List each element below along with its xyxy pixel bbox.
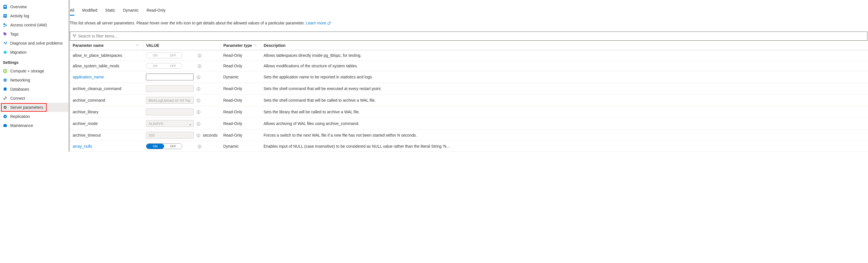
- info-icon[interactable]: [196, 86, 200, 91]
- sidebar-item-access-control[interactable]: Access control (IAM): [0, 21, 70, 30]
- parameters-table: Parameter name↑↓ VALUE Parameter type↑↓ …: [70, 40, 868, 152]
- column-header-type[interactable]: Parameter type↑↓: [220, 41, 261, 50]
- info-icon[interactable]: [196, 98, 200, 103]
- table-row: archive_cleanup_commandRead-OnlySets the…: [70, 83, 868, 94]
- table-row: archive_mode⌄Read-OnlyAllows archiving o…: [70, 118, 868, 129]
- parameter-type-cell: Read-Only: [220, 83, 261, 94]
- svg-rect-40: [198, 123, 198, 125]
- info-icon[interactable]: [196, 75, 200, 79]
- parameter-type-cell: Read-Only: [220, 118, 261, 129]
- sidebar-item-tags[interactable]: Tags: [0, 30, 70, 39]
- parameter-desc-cell: Sets the shell command that will be exec…: [261, 83, 868, 94]
- svg-rect-18: [3, 124, 7, 127]
- sidebar-scrollbar[interactable]: [68, 0, 70, 152]
- sidebar-item-diagnose[interactable]: Diagnose and solve problems: [0, 39, 70, 48]
- search-filter-bar[interactable]: [70, 31, 867, 40]
- sidebar-label: Compute + storage: [10, 69, 44, 73]
- parameter-name-cell[interactable]: application_name: [70, 71, 143, 83]
- svg-point-15: [4, 107, 6, 108]
- parameter-type-cell: Read-Only: [220, 50, 261, 61]
- tab-modified[interactable]: Modified: [82, 8, 97, 16]
- sidebar-item-compute-storage[interactable]: Compute + storage: [0, 66, 70, 76]
- svg-rect-5: [4, 16, 6, 17]
- networking-icon: [3, 78, 7, 82]
- learn-more-link[interactable]: Learn more: [306, 21, 331, 25]
- parameter-value-cell: seconds: [143, 129, 220, 141]
- info-icon[interactable]: [196, 121, 200, 126]
- intro-text: This list shows all server parameters. P…: [70, 21, 868, 25]
- sidebar-item-maintenance[interactable]: Maintenance: [0, 121, 70, 130]
- parameter-value-cell: ONOFF: [143, 50, 220, 61]
- svg-point-42: [198, 134, 198, 135]
- table-row: archive_libraryRead-OnlySets the library…: [70, 106, 868, 118]
- toggle-switch[interactable]: ONOFF: [146, 143, 182, 149]
- svg-rect-2: [4, 6, 6, 7]
- parameter-type-cell: Read-Only: [220, 94, 261, 106]
- parameter-type-cell: Read-Only: [220, 106, 261, 118]
- table-row: archive_timeoutsecondsRead-OnlyForces a …: [70, 129, 868, 141]
- parameter-value-cell: [143, 94, 220, 106]
- access-control-icon: [3, 23, 7, 27]
- tab-all[interactable]: All: [70, 8, 74, 16]
- info-icon[interactable]: [197, 64, 202, 68]
- svg-point-39: [198, 123, 198, 123]
- parameter-desc-cell: Sets the shell command that will be call…: [261, 94, 868, 106]
- parameter-name-cell[interactable]: array_nulls: [70, 141, 143, 152]
- svg-point-17: [4, 116, 6, 117]
- sidebar-item-replication[interactable]: Replication: [0, 112, 70, 121]
- sidebar-item-networking[interactable]: Networking: [0, 76, 70, 85]
- sidebar-item-databases[interactable]: Databases: [0, 85, 70, 94]
- column-header-name[interactable]: Parameter name↑↓: [70, 41, 143, 50]
- parameter-name-cell: allow_system_table_mods: [70, 61, 143, 71]
- sidebar-label: Overview: [10, 4, 27, 9]
- info-icon[interactable]: [197, 53, 202, 58]
- parameter-desc-cell: Sets the application name to be reported…: [261, 71, 868, 83]
- server-parameters-icon: [3, 105, 7, 110]
- sidebar-item-connect[interactable]: Connect: [0, 94, 70, 103]
- parameter-tabs: All Modified Static Dynamic Read-Only: [70, 8, 868, 16]
- main-content: All Modified Static Dynamic Read-Only Th…: [70, 0, 868, 152]
- parameter-value-cell: ⌄: [143, 118, 220, 129]
- parameter-name-cell: allow_in_place_tablespaces: [70, 50, 143, 61]
- toggle-switch: ONOFF: [146, 63, 182, 69]
- replication-icon: [3, 114, 7, 119]
- parameter-name-cell: archive_library: [70, 106, 143, 118]
- sidebar-item-server-parameters[interactable]: Server parameters: [0, 103, 70, 112]
- parameter-value-cell: [143, 83, 220, 94]
- parameter-desc-cell: Forces a switch to the next WAL file if …: [261, 129, 868, 141]
- value-text-input[interactable]: [146, 74, 194, 80]
- column-header-desc[interactable]: Description: [261, 41, 868, 50]
- value-text-input: [146, 97, 194, 104]
- info-icon[interactable]: [196, 110, 200, 114]
- sidebar-label: Migration: [10, 50, 27, 55]
- svg-point-6: [3, 23, 5, 25]
- svg-point-33: [198, 99, 198, 100]
- parameter-desc-cell: Allows archiving of WAL files using arch…: [261, 118, 868, 129]
- sidebar-item-activity-log[interactable]: Activity log: [0, 11, 70, 21]
- column-header-value[interactable]: VALUE: [143, 41, 220, 50]
- sidebar-label: Server parameters: [10, 105, 43, 110]
- sort-icon: ↑↓: [136, 43, 139, 47]
- sidebar-item-migration[interactable]: Migration: [0, 48, 70, 57]
- search-input[interactable]: [78, 34, 865, 38]
- parameter-desc-cell: Allows modifications of the structure of…: [261, 61, 868, 71]
- parameter-type-cell: Dynamic: [220, 141, 261, 152]
- tab-static[interactable]: Static: [105, 8, 115, 16]
- value-text-input: [146, 85, 194, 92]
- tab-dynamic[interactable]: Dynamic: [123, 8, 138, 16]
- svg-rect-1: [4, 6, 6, 6]
- info-icon[interactable]: [196, 133, 200, 138]
- table-row: archive_commandRead-OnlySets the shell c…: [70, 94, 868, 106]
- table-row: allow_system_table_modsONOFFRead-OnlyAll…: [70, 61, 868, 71]
- sidebar-label: Activity log: [10, 13, 29, 18]
- sidebar-item-overview[interactable]: Overview: [0, 2, 70, 11]
- sidebar-section-settings: Settings: [0, 57, 70, 66]
- svg-rect-31: [198, 89, 198, 90]
- parameter-name-cell: archive_mode: [70, 118, 143, 129]
- toggle-switch: ONOFF: [146, 53, 182, 58]
- table-row: array_nullsONOFFDynamicEnables input of …: [70, 141, 868, 152]
- info-icon[interactable]: [197, 144, 202, 149]
- tab-read-only[interactable]: Read-Only: [147, 8, 165, 16]
- parameter-name-cell: archive_command: [70, 94, 143, 106]
- parameter-value-cell: [143, 106, 220, 118]
